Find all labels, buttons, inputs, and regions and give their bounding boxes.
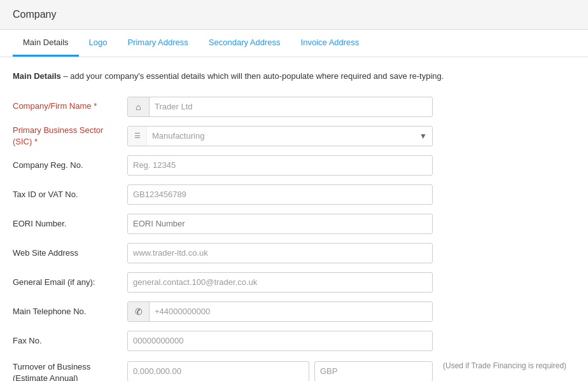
email-label: General Email (if any): xyxy=(13,277,127,288)
tax-id-input[interactable] xyxy=(127,184,433,205)
eori-row: EORI Number. xyxy=(13,212,575,235)
tab-main-details[interactable]: Main Details xyxy=(13,30,79,57)
main-content: Main Details – add your company's essent… xyxy=(0,57,588,381)
building-icon: ⌂ xyxy=(136,102,141,112)
company-reg-field xyxy=(127,155,433,176)
company-firm-name-input-wrapper: ⌂ xyxy=(127,97,433,117)
telephone-input[interactable] xyxy=(150,302,432,321)
company-firm-name-row: Company/Firm Name * ⌂ xyxy=(13,95,575,118)
description-bold: Main Details xyxy=(13,71,61,81)
primary-business-sector-field: ☰ Manufacturing ▼ xyxy=(127,126,433,146)
telephone-label: Main Telephone No. xyxy=(13,306,127,317)
turnover-fields xyxy=(127,361,433,381)
primary-business-sector-row: Primary Business Sector (SIC) * ☰ Manufa… xyxy=(13,125,575,148)
turnover-note: (Used if Trade Financing is required) xyxy=(443,361,566,370)
primary-business-sector-select-wrapper: ☰ Manufacturing ▼ xyxy=(127,126,433,146)
description-rest: – add your company's essential details w… xyxy=(61,71,444,81)
eori-input[interactable] xyxy=(127,214,433,234)
email-input[interactable] xyxy=(127,272,433,293)
company-reg-label: Company Reg. No. xyxy=(13,160,127,171)
turnover-amount-input[interactable] xyxy=(127,361,309,381)
telephone-field: ✆ xyxy=(127,301,433,322)
website-label: Web Site Address xyxy=(13,247,127,259)
tab-logo[interactable]: Logo xyxy=(79,30,118,57)
section-description: Main Details – add your company's essent… xyxy=(13,70,575,83)
page-header: Company xyxy=(0,0,588,30)
fax-row: Fax No. xyxy=(13,329,575,352)
tab-secondary-address[interactable]: Secondary Address xyxy=(199,30,291,57)
company-firm-name-input[interactable] xyxy=(150,97,432,116)
chevron-down-icon: ▼ xyxy=(414,127,432,146)
company-firm-name-label: Company/Firm Name * xyxy=(13,100,127,112)
phone-icon: ✆ xyxy=(135,307,143,317)
email-field xyxy=(127,272,433,293)
website-input[interactable] xyxy=(127,243,433,263)
eori-label: EORI Number. xyxy=(13,218,127,230)
email-row: General Email (if any): xyxy=(13,271,575,294)
eori-field xyxy=(127,214,433,234)
telephone-row: Main Telephone No. ✆ xyxy=(13,300,575,323)
company-reg-row: Company Reg. No. xyxy=(13,154,575,177)
primary-business-sector-label: Primary Business Sector (SIC) * xyxy=(13,125,127,148)
tab-invoice-address[interactable]: Invoice Address xyxy=(291,30,370,57)
tax-id-field xyxy=(127,184,433,205)
turnover-row: Turnover of Business (Estimate Annual) (… xyxy=(13,359,575,381)
company-firm-name-field: ⌂ xyxy=(127,97,433,117)
fax-input[interactable] xyxy=(127,331,433,351)
website-row: Web Site Address xyxy=(13,242,575,265)
website-field xyxy=(127,243,433,263)
telephone-icon-btn[interactable]: ✆ xyxy=(128,302,150,321)
turnover-label: Turnover of Business (Estimate Annual) xyxy=(13,361,127,381)
primary-business-sector-select[interactable]: Manufacturing xyxy=(147,127,414,146)
fax-field xyxy=(127,331,433,351)
tabs-container: Main Details Logo Primary Address Second… xyxy=(0,30,588,57)
sector-icon: ☰ xyxy=(128,127,147,146)
tax-id-label: Tax ID or VAT No. xyxy=(13,189,127,200)
fax-label: Fax No. xyxy=(13,335,127,347)
turnover-currency-input[interactable] xyxy=(314,361,433,381)
page-title: Company xyxy=(13,9,56,20)
telephone-input-wrapper: ✆ xyxy=(127,301,433,322)
company-firm-name-icon-btn[interactable]: ⌂ xyxy=(128,97,150,116)
tax-id-row: Tax ID or VAT No. xyxy=(13,183,575,206)
tab-primary-address[interactable]: Primary Address xyxy=(117,30,198,57)
company-reg-input[interactable] xyxy=(127,155,433,176)
